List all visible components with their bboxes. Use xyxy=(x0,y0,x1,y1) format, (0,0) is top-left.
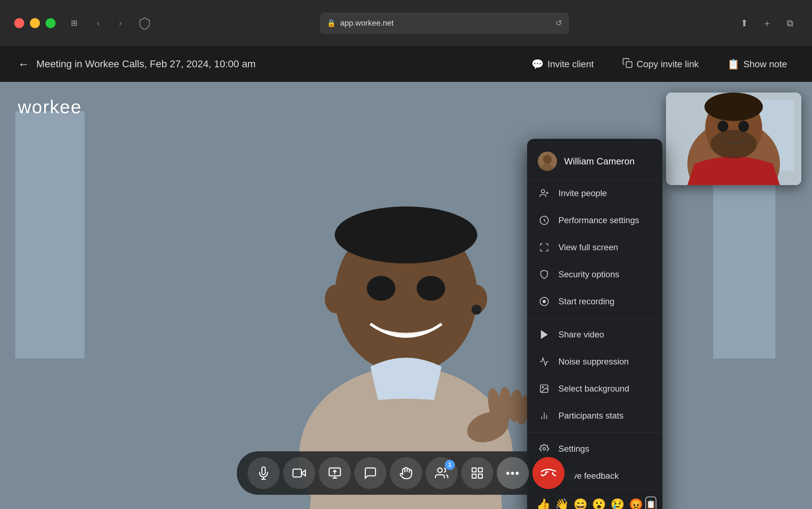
invite-people-label: Invite people xyxy=(558,188,607,198)
svg-rect-0 xyxy=(626,62,632,67)
participants-button[interactable]: 1 xyxy=(426,457,458,489)
invite-icon: 💬 xyxy=(531,58,544,70)
emoji-surprised-button[interactable]: 😮 xyxy=(590,495,608,509)
svg-marker-42 xyxy=(301,470,305,476)
menu-item-performance-settings[interactable]: Performance settings xyxy=(527,207,662,234)
browser-chrome: ⊞ ‹ › 🔒 app.workee.net ↺ ⬆ ＋ ⧉ xyxy=(0,0,812,46)
menu-item-view-fullscreen[interactable]: View full screen xyxy=(527,234,662,261)
copy-invite-button[interactable]: Copy invite link xyxy=(615,53,706,75)
svg-point-39 xyxy=(543,448,546,450)
back-button[interactable]: ‹ xyxy=(93,17,104,29)
camera-button[interactable] xyxy=(283,457,315,489)
security-shield-icon xyxy=(538,268,551,281)
note-icon: 📋 xyxy=(727,58,740,70)
menu-item-share-video[interactable]: Share video xyxy=(527,321,662,348)
self-view-person xyxy=(666,93,801,185)
copy-invite-label: Copy invite link xyxy=(636,59,699,70)
grid-view-button[interactable] xyxy=(461,457,493,489)
menu-item-invite-people[interactable]: Invite people xyxy=(527,180,662,207)
reload-button[interactable]: ↺ xyxy=(556,19,562,28)
header-actions: 💬 Invite client Copy invite link 📋 Show … xyxy=(524,53,794,75)
app-header: ← Meeting in Workee Calls, Feb 27, 2024,… xyxy=(0,46,812,82)
show-note-button[interactable]: 📋 Show note xyxy=(720,54,794,74)
close-button[interactable] xyxy=(14,18,24,28)
share-browser-button[interactable]: ⬆ xyxy=(736,15,752,31)
emoji-sad-button[interactable]: 😢 xyxy=(608,495,627,509)
bar-chart-icon xyxy=(538,409,551,422)
emoji-angry-button[interactable]: 😡 xyxy=(627,495,645,509)
svg-point-21 xyxy=(718,121,728,132)
play-icon xyxy=(538,328,551,341)
menu-avatar xyxy=(538,152,557,171)
share-screen-button[interactable] xyxy=(319,457,351,489)
svg-point-22 xyxy=(738,121,749,132)
settings-label: Settings xyxy=(558,444,589,454)
svg-marker-33 xyxy=(541,331,547,339)
self-view-thumbnail xyxy=(666,93,801,185)
maximize-button[interactable] xyxy=(46,18,56,28)
back-to-app-button[interactable]: ← xyxy=(18,58,29,71)
svg-rect-43 xyxy=(293,469,302,477)
svg-rect-51 xyxy=(472,474,476,478)
performance-settings-label: Performance settings xyxy=(558,215,639,225)
fullscreen-icon xyxy=(538,241,551,254)
svg-rect-50 xyxy=(478,468,482,472)
main-content: workee xyxy=(0,82,812,509)
gauge-icon xyxy=(538,214,551,227)
emoji-clip-button[interactable]: 📋 xyxy=(645,497,656,509)
traffic-lights xyxy=(14,18,56,28)
svg-point-8 xyxy=(417,276,445,301)
tabs-button[interactable]: ⧉ xyxy=(782,15,798,31)
invite-client-button[interactable]: 💬 Invite client xyxy=(524,54,601,74)
address-bar[interactable]: 🔒 app.workee.net ↺ xyxy=(320,12,569,34)
participants-stats-label: Participants stats xyxy=(558,411,624,421)
svg-point-4 xyxy=(335,206,477,263)
svg-point-48 xyxy=(438,468,442,473)
image-icon xyxy=(538,382,551,395)
mic-button[interactable] xyxy=(248,457,280,489)
svg-rect-49 xyxy=(472,468,476,472)
browser-actions: ⬆ ＋ ⧉ xyxy=(736,15,798,31)
svg-point-27 xyxy=(541,190,545,193)
raise-hand-button[interactable] xyxy=(390,457,422,489)
start-recording-label: Start recording xyxy=(558,297,614,306)
menu-divider-1 xyxy=(527,318,662,318)
copy-icon xyxy=(622,58,633,71)
emoji-smile-button[interactable]: 😄 xyxy=(571,495,590,509)
svg-point-20 xyxy=(704,93,763,121)
svg-point-32 xyxy=(543,300,546,303)
sidebar-toggle-button[interactable]: ⊞ xyxy=(66,15,82,31)
svg-point-14 xyxy=(472,305,482,315)
svg-point-5 xyxy=(325,285,346,313)
chat-button[interactable] xyxy=(354,457,386,489)
security-options-label: Security options xyxy=(558,269,619,279)
menu-item-participants-stats[interactable]: Participants stats xyxy=(527,402,662,429)
address-bar-container: 🔒 app.workee.net ↺ xyxy=(163,12,726,34)
participants-badge: 1 xyxy=(445,460,455,470)
workee-logo: workee xyxy=(18,96,82,117)
invite-client-label: Invite client xyxy=(547,59,594,70)
svg-point-25 xyxy=(543,155,552,164)
menu-item-noise-suppression[interactable]: Noise suppression xyxy=(527,348,662,375)
more-options-button[interactable]: ••• xyxy=(497,457,529,489)
end-call-button[interactable] xyxy=(532,457,564,489)
person-add-icon xyxy=(538,187,551,200)
new-tab-button[interactable]: ＋ xyxy=(759,15,775,31)
bottom-toolbar: 1 ••• xyxy=(237,451,575,495)
menu-item-start-recording[interactable]: Start recording xyxy=(527,288,662,315)
record-icon xyxy=(538,295,551,308)
menu-user-section: William Cameron xyxy=(527,146,662,180)
menu-item-select-background[interactable]: Select background xyxy=(527,375,662,402)
more-dots-icon: ••• xyxy=(506,467,520,480)
shield-icon xyxy=(137,15,152,31)
emoji-wave-button[interactable]: 👋 xyxy=(553,495,571,509)
menu-divider-2 xyxy=(527,432,662,432)
forward-button[interactable]: › xyxy=(115,17,126,29)
share-video-label: Share video xyxy=(558,330,604,340)
waveform-icon xyxy=(538,355,551,368)
svg-point-7 xyxy=(367,276,395,301)
minimize-button[interactable] xyxy=(30,18,40,28)
menu-item-security-options[interactable]: Security options xyxy=(527,261,662,288)
meeting-title: Meeting in Workee Calls, Feb 27, 2024, 1… xyxy=(36,58,256,70)
emoji-thumbsup-button[interactable]: 👍 xyxy=(534,495,553,509)
